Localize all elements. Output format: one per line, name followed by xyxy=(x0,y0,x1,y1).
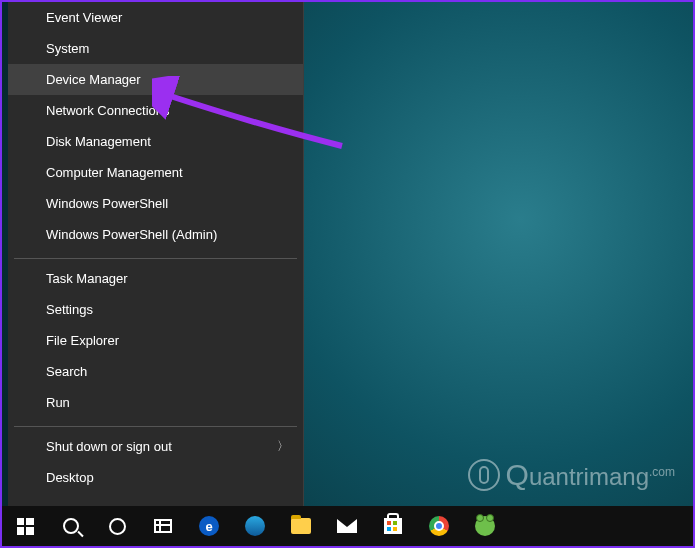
menu-item-event-viewer[interactable]: Event Viewer xyxy=(8,2,303,33)
cortana-button[interactable] xyxy=(94,506,140,546)
chevron-right-icon: 〉 xyxy=(277,431,289,462)
winx-power-menu: Event Viewer System Device Manager Netwo… xyxy=(8,2,304,506)
power-menu-group-3: Shut down or sign out 〉 Desktop xyxy=(8,431,303,497)
menu-item-desktop[interactable]: Desktop xyxy=(8,462,303,493)
dev-icon xyxy=(245,516,265,536)
menu-label: Windows PowerShell xyxy=(46,188,168,219)
taskbar: e xyxy=(2,506,693,546)
menu-separator xyxy=(14,258,297,259)
menu-label: Task Manager xyxy=(46,263,128,294)
menu-label: Disk Management xyxy=(46,126,151,157)
file-explorer-app[interactable] xyxy=(278,506,324,546)
menu-label: Device Manager xyxy=(46,64,141,95)
menu-label: Search xyxy=(46,356,87,387)
basecamp-icon xyxy=(475,516,495,536)
edge-app[interactable]: e xyxy=(186,506,232,546)
cortana-icon xyxy=(109,518,126,535)
edge-icon: e xyxy=(199,516,219,536)
menu-label: Run xyxy=(46,387,70,418)
menu-item-settings[interactable]: Settings xyxy=(8,294,303,325)
menu-label: Windows PowerShell (Admin) xyxy=(46,219,217,250)
menu-label: Settings xyxy=(46,294,93,325)
menu-label: Event Viewer xyxy=(46,2,122,33)
menu-item-task-manager[interactable]: Task Manager xyxy=(8,263,303,294)
menu-item-file-explorer[interactable]: File Explorer xyxy=(8,325,303,356)
menu-label: Network Connections xyxy=(46,95,170,126)
menu-item-disk-management[interactable]: Disk Management xyxy=(8,126,303,157)
chrome-icon xyxy=(429,516,449,536)
watermark-logo-icon xyxy=(468,459,500,491)
taskview-icon xyxy=(154,519,172,533)
store-icon xyxy=(384,518,402,534)
start-button[interactable] xyxy=(2,506,48,546)
menu-item-network-connections[interactable]: Network Connections xyxy=(8,95,303,126)
menu-item-device-manager[interactable]: Device Manager xyxy=(8,64,303,95)
store-app[interactable] xyxy=(370,506,416,546)
menu-separator xyxy=(14,426,297,427)
power-menu-group-2: Task Manager Settings File Explorer Sear… xyxy=(8,263,303,422)
menu-item-computer-management[interactable]: Computer Management xyxy=(8,157,303,188)
menu-item-system[interactable]: System xyxy=(8,33,303,64)
watermark: Quantrimang.com xyxy=(468,458,675,492)
menu-label: Desktop xyxy=(46,462,94,493)
menu-item-powershell[interactable]: Windows PowerShell xyxy=(8,188,303,219)
menu-label: File Explorer xyxy=(46,325,119,356)
windows-logo-icon xyxy=(17,518,34,535)
basecamp-app[interactable] xyxy=(462,506,508,546)
watermark-text: uantrimang xyxy=(529,463,649,490)
menu-label: Computer Management xyxy=(46,157,183,188)
screenshot-frame: Event Viewer System Device Manager Netwo… xyxy=(0,0,695,548)
mail-app[interactable] xyxy=(324,506,370,546)
watermark-suffix: .com xyxy=(649,465,675,479)
watermark-q: Q xyxy=(506,458,529,491)
dev-app[interactable] xyxy=(232,506,278,546)
power-menu-group-1: Event Viewer System Device Manager Netwo… xyxy=(8,2,303,254)
menu-item-powershell-admin[interactable]: Windows PowerShell (Admin) xyxy=(8,219,303,250)
menu-item-run[interactable]: Run xyxy=(8,387,303,418)
menu-label: System xyxy=(46,33,89,64)
menu-item-shutdown[interactable]: Shut down or sign out 〉 xyxy=(8,431,303,462)
menu-item-search[interactable]: Search xyxy=(8,356,303,387)
search-button[interactable] xyxy=(48,506,94,546)
menu-label: Shut down or sign out xyxy=(46,431,172,462)
chrome-app[interactable] xyxy=(416,506,462,546)
mail-icon xyxy=(337,519,357,533)
folder-icon xyxy=(291,518,311,534)
taskview-button[interactable] xyxy=(140,506,186,546)
search-icon xyxy=(63,518,79,534)
